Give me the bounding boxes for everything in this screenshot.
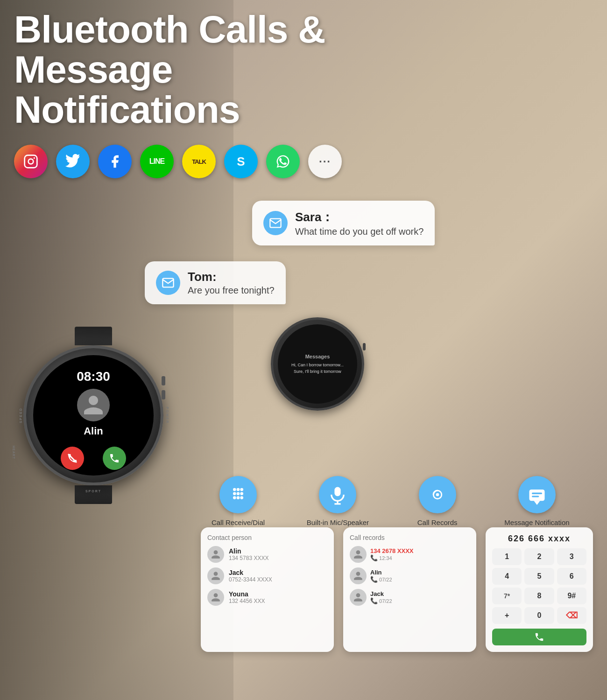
bottom-panels: Contact person Alin 134 5783 XXXX Jack 0… xyxy=(201,527,593,652)
dial-key-call[interactable] xyxy=(492,629,586,645)
contact-panel-title: Contact person xyxy=(207,534,327,541)
call-records-panel-title: Call records xyxy=(350,534,470,541)
sara-message-icon xyxy=(263,211,288,235)
instagram-icon[interactable] xyxy=(14,145,48,178)
watch-time-display: 08:30 xyxy=(77,369,110,384)
contact-person-panel: Contact person Alin 134 5783 XXXX Jack 0… xyxy=(201,527,334,652)
call-avatar-2 xyxy=(350,589,367,606)
svg-rect-21 xyxy=(532,496,539,497)
dial-key-3[interactable]: 3 xyxy=(557,548,586,565)
contact-info-youna: Youna 132 4456 XXX xyxy=(229,590,265,604)
whatsapp-icon[interactable] xyxy=(266,145,300,178)
watch-caller-avatar xyxy=(77,389,110,421)
contact-num-youna: 132 4456 XXX xyxy=(229,598,265,604)
call-record-item-0: 134 2678 XXXX 📞 12:34 xyxy=(350,546,470,563)
title-line1: Bluetooth Calls & xyxy=(14,9,341,49)
contact-item-youna: Youna 132 4456 XXX xyxy=(207,589,327,606)
call-receive-circle xyxy=(219,476,257,513)
contact-num-alin: 134 5783 XXXX xyxy=(229,555,268,561)
call-time-value-0: 12:34 xyxy=(379,555,392,561)
dial-key-2[interactable]: 2 xyxy=(524,548,554,565)
call-records-label: Call Records xyxy=(417,518,458,527)
watch-side-button-top[interactable] xyxy=(162,376,165,385)
call-record-item-1: Alin 📞 07/22 xyxy=(350,567,470,584)
contact-item-jack: Jack 0752-3344 XXXX xyxy=(207,567,327,584)
call-date-1: 07/22 xyxy=(379,577,392,582)
svg-rect-20 xyxy=(532,493,542,494)
dial-key-1[interactable]: 1 xyxy=(492,548,522,565)
dial-key-5[interactable]: 5 xyxy=(524,568,554,585)
call-avatar-0 xyxy=(350,546,367,563)
dial-key-9[interactable]: 9# xyxy=(557,588,586,604)
call-record-item-2: Jack 📞 07/22 xyxy=(350,589,470,606)
watch-label-speed: SPEED xyxy=(19,407,22,423)
facebook-icon[interactable] xyxy=(98,145,132,178)
watch-outer-left: SPEED POWER SPORT HEART 08:30 Alin xyxy=(23,345,163,485)
svg-point-12 xyxy=(240,496,243,499)
main-title: Bluetooth Calls & Message Notifications xyxy=(14,9,341,130)
dial-number-display: 626 666 xxxx xyxy=(492,534,586,544)
skype-icon[interactable]: S xyxy=(224,145,258,178)
svg-point-10 xyxy=(233,496,236,499)
watch-wrist-screen: Messages Hi, Can I borrow tomorrow... Su… xyxy=(278,324,357,404)
kakaotalk-icon[interactable]: TALK xyxy=(182,145,216,178)
more-icon[interactable]: ··· xyxy=(308,145,342,178)
mic-speaker-circle xyxy=(319,476,356,513)
call-time-1: 📞 07/22 xyxy=(370,576,392,583)
line-icon[interactable]: LINE xyxy=(140,145,174,178)
feature-call-records[interactable]: Call Records xyxy=(395,476,480,527)
svg-point-2 xyxy=(34,157,35,159)
watch-side-button-bottom[interactable] xyxy=(162,390,165,399)
watch-call-buttons xyxy=(61,447,126,470)
twitter-icon[interactable] xyxy=(56,145,90,178)
call-records-panel: Call records 134 2678 XXXX 📞 12:34 xyxy=(343,527,476,652)
contact-name-alin: Alin xyxy=(229,547,268,555)
message-notification-label: Message Notification xyxy=(504,518,569,527)
call-num-red: 134 2678 XXXX xyxy=(370,547,414,554)
dial-key-4[interactable]: 4 xyxy=(492,568,522,585)
dial-keypad: 1 2 3 4 5 6 7* 8 9# + 0 ⌫ xyxy=(492,548,586,645)
message-bubble-tom: Tom: Are you free tonight? xyxy=(145,261,286,304)
dial-key-star[interactable]: 7* xyxy=(492,588,522,604)
call-name-2: Jack xyxy=(370,590,392,597)
svg-rect-13 xyxy=(335,487,341,497)
watch-wrist-side-btn[interactable] xyxy=(363,343,366,350)
call-date-2: 07/22 xyxy=(379,598,392,604)
dial-key-8[interactable]: 8 xyxy=(524,588,554,604)
call-time-2: 📞 07/22 xyxy=(370,597,392,604)
svg-point-17 xyxy=(436,493,439,497)
features-row: Call Receive/Dial Built-in Mic/Speaker xyxy=(196,476,579,527)
dial-key-plus[interactable]: + xyxy=(492,607,522,624)
dial-key-delete[interactable]: ⌫ xyxy=(557,607,586,624)
watch-label-sport: SPORT xyxy=(85,490,101,493)
dial-key-0[interactable]: 0 xyxy=(524,607,554,624)
contact-info-alin: Alin 134 5783 XXXX xyxy=(229,547,268,561)
call-time-0: 📞 12:34 xyxy=(370,554,414,561)
watch-screen-left: 08:30 Alin xyxy=(33,355,154,476)
message-bubble-sara: Sara： What time do you get off work? xyxy=(252,201,435,245)
contact-num-jack: 0752-3344 XXXX xyxy=(229,576,272,583)
watch-wrist-outer: Messages Hi, Can I borrow tomorrow... Su… xyxy=(271,317,364,411)
main-content: Bluetooth Calls & Message Notifications … xyxy=(0,0,607,700)
title-section: Bluetooth Calls & Message Notifications xyxy=(14,9,341,130)
call-receive-label: Call Receive/Dial xyxy=(212,518,265,527)
watch-label-heart: HEART xyxy=(12,446,15,459)
feature-call-receive[interactable]: Call Receive/Dial xyxy=(196,476,280,527)
svg-rect-0 xyxy=(25,155,37,168)
dial-key-6[interactable]: 6 xyxy=(557,568,586,585)
svg-point-9 xyxy=(240,492,243,496)
watch-messages-display: Messages Hi, Can I borrow tomorrow... Su… xyxy=(291,353,344,375)
call-record-info-2: Jack 📞 07/22 xyxy=(370,590,392,604)
svg-point-1 xyxy=(28,159,34,164)
svg-point-7 xyxy=(233,492,236,496)
watch-reject-button[interactable] xyxy=(61,447,84,470)
feature-message-notification[interactable]: Message Notification xyxy=(495,476,579,527)
call-avatar-1 xyxy=(350,567,367,584)
call-records-circle xyxy=(419,476,456,513)
contact-name-youna: Youna xyxy=(229,590,265,598)
feature-mic-speaker[interactable]: Built-in Mic/Speaker xyxy=(296,476,380,527)
contact-info-jack: Jack 0752-3344 XXXX xyxy=(229,569,272,583)
sara-text: What time do you get off work? xyxy=(295,226,423,237)
watch-accept-button[interactable] xyxy=(103,447,126,470)
watch-label-power: POWER xyxy=(165,407,169,424)
